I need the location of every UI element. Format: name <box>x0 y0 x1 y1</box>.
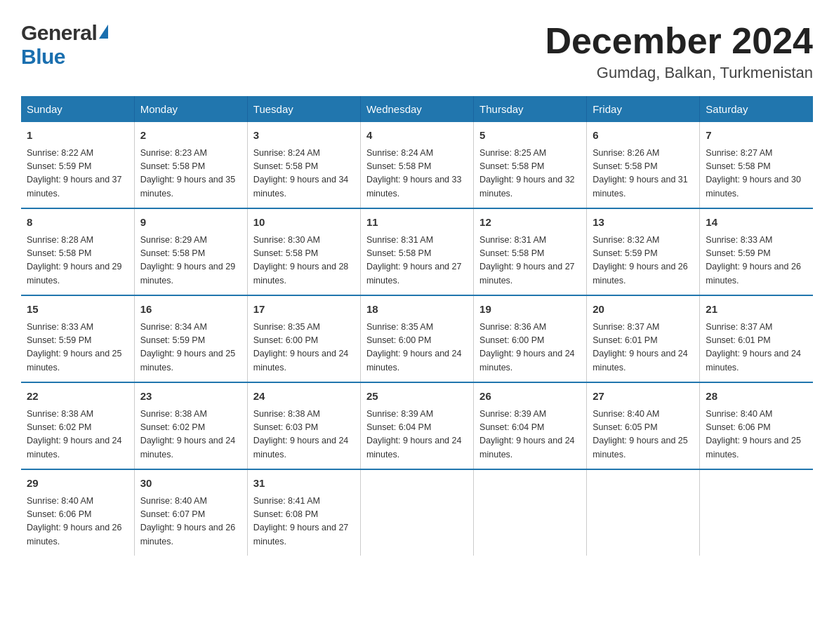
day-info: Sunrise: 8:40 AMSunset: 6:06 PMDaylight:… <box>706 408 807 462</box>
calendar-week-row: 8Sunrise: 8:28 AMSunset: 5:58 PMDaylight… <box>21 208 813 295</box>
calendar-header-row: SundayMondayTuesdayWednesdayThursdayFrid… <box>21 96 813 122</box>
calendar-day-cell: 29Sunrise: 8:40 AMSunset: 6:06 PMDayligh… <box>21 469 134 556</box>
day-number: 18 <box>366 302 468 318</box>
day-of-week-header: Monday <box>134 96 247 122</box>
day-number: 5 <box>479 128 581 144</box>
day-number: 16 <box>140 302 241 318</box>
day-number: 31 <box>253 476 355 492</box>
day-info: Sunrise: 8:40 AMSunset: 6:05 PMDaylight:… <box>593 408 694 462</box>
calendar-day-cell: 21Sunrise: 8:37 AMSunset: 6:01 PMDayligh… <box>700 295 813 382</box>
day-info: Sunrise: 8:35 AMSunset: 6:00 PMDaylight:… <box>366 321 468 375</box>
day-info: Sunrise: 8:25 AMSunset: 5:58 PMDaylight:… <box>479 147 581 201</box>
calendar-day-cell: 20Sunrise: 8:37 AMSunset: 6:01 PMDayligh… <box>587 295 700 382</box>
logo: General Blue <box>21 21 108 69</box>
calendar-day-cell: 9Sunrise: 8:29 AMSunset: 5:58 PMDaylight… <box>134 208 247 295</box>
logo-triangle-icon <box>99 25 108 39</box>
day-number: 21 <box>706 302 807 318</box>
calendar-day-cell: 10Sunrise: 8:30 AMSunset: 5:58 PMDayligh… <box>247 208 360 295</box>
logo-general-text: General <box>21 21 97 45</box>
day-number: 9 <box>140 215 241 231</box>
day-info: Sunrise: 8:41 AMSunset: 6:08 PMDaylight:… <box>253 495 355 549</box>
calendar-day-cell: 1Sunrise: 8:22 AMSunset: 5:59 PMDaylight… <box>21 122 134 208</box>
day-number: 8 <box>27 215 128 231</box>
calendar-week-row: 1Sunrise: 8:22 AMSunset: 5:59 PMDaylight… <box>21 122 813 208</box>
calendar-day-cell <box>587 469 700 556</box>
calendar-day-cell: 31Sunrise: 8:41 AMSunset: 6:08 PMDayligh… <box>247 469 360 556</box>
page-header: General Blue December 2024 Gumdag, Balka… <box>21 21 813 82</box>
day-number: 10 <box>253 215 355 231</box>
calendar-day-cell: 14Sunrise: 8:33 AMSunset: 5:59 PMDayligh… <box>700 208 813 295</box>
calendar-week-row: 29Sunrise: 8:40 AMSunset: 6:06 PMDayligh… <box>21 469 813 556</box>
calendar-day-cell: 4Sunrise: 8:24 AMSunset: 5:58 PMDaylight… <box>360 122 473 208</box>
day-info: Sunrise: 8:24 AMSunset: 5:58 PMDaylight:… <box>366 147 468 201</box>
calendar-day-cell: 13Sunrise: 8:32 AMSunset: 5:59 PMDayligh… <box>587 208 700 295</box>
day-info: Sunrise: 8:39 AMSunset: 6:04 PMDaylight:… <box>479 408 581 462</box>
day-of-week-header: Friday <box>587 96 700 122</box>
day-info: Sunrise: 8:33 AMSunset: 5:59 PMDaylight:… <box>27 321 128 375</box>
day-number: 30 <box>140 476 241 492</box>
day-of-week-header: Sunday <box>21 96 134 122</box>
day-info: Sunrise: 8:31 AMSunset: 5:58 PMDaylight:… <box>366 234 468 288</box>
day-info: Sunrise: 8:30 AMSunset: 5:58 PMDaylight:… <box>253 234 355 288</box>
logo-blue-text: Blue <box>21 45 65 68</box>
day-of-week-header: Tuesday <box>247 96 360 122</box>
day-number: 15 <box>27 302 128 318</box>
day-info: Sunrise: 8:38 AMSunset: 6:02 PMDaylight:… <box>140 408 241 462</box>
day-number: 26 <box>479 389 581 405</box>
day-info: Sunrise: 8:38 AMSunset: 6:02 PMDaylight:… <box>27 408 128 462</box>
day-info: Sunrise: 8:40 AMSunset: 6:07 PMDaylight:… <box>140 495 241 549</box>
day-info: Sunrise: 8:22 AMSunset: 5:59 PMDaylight:… <box>27 147 128 201</box>
calendar-day-cell: 5Sunrise: 8:25 AMSunset: 5:58 PMDaylight… <box>474 122 587 208</box>
day-info: Sunrise: 8:27 AMSunset: 5:58 PMDaylight:… <box>706 147 807 201</box>
day-number: 23 <box>140 389 241 405</box>
day-of-week-header: Wednesday <box>360 96 473 122</box>
day-info: Sunrise: 8:24 AMSunset: 5:58 PMDaylight:… <box>253 147 355 201</box>
day-info: Sunrise: 8:39 AMSunset: 6:04 PMDaylight:… <box>366 408 468 462</box>
day-number: 14 <box>706 215 807 231</box>
day-info: Sunrise: 8:35 AMSunset: 6:00 PMDaylight:… <box>253 321 355 375</box>
day-number: 4 <box>366 128 468 144</box>
day-number: 27 <box>593 389 694 405</box>
day-number: 20 <box>593 302 694 318</box>
day-number: 25 <box>366 389 468 405</box>
calendar-day-cell <box>360 469 473 556</box>
calendar-day-cell: 18Sunrise: 8:35 AMSunset: 6:00 PMDayligh… <box>360 295 473 382</box>
day-number: 11 <box>366 215 468 231</box>
month-year-title: December 2024 <box>545 21 813 61</box>
calendar-day-cell: 11Sunrise: 8:31 AMSunset: 5:58 PMDayligh… <box>360 208 473 295</box>
day-number: 2 <box>140 128 241 144</box>
calendar-day-cell: 6Sunrise: 8:26 AMSunset: 5:58 PMDaylight… <box>587 122 700 208</box>
calendar-day-cell <box>474 469 587 556</box>
day-number: 29 <box>27 476 128 492</box>
day-of-week-header: Thursday <box>474 96 587 122</box>
day-info: Sunrise: 8:34 AMSunset: 5:59 PMDaylight:… <box>140 321 241 375</box>
calendar-day-cell: 17Sunrise: 8:35 AMSunset: 6:00 PMDayligh… <box>247 295 360 382</box>
calendar-day-cell: 28Sunrise: 8:40 AMSunset: 6:06 PMDayligh… <box>700 382 813 469</box>
calendar-week-row: 15Sunrise: 8:33 AMSunset: 5:59 PMDayligh… <box>21 295 813 382</box>
day-of-week-header: Saturday <box>700 96 813 122</box>
day-number: 17 <box>253 302 355 318</box>
day-info: Sunrise: 8:33 AMSunset: 5:59 PMDaylight:… <box>706 234 807 288</box>
calendar-day-cell: 2Sunrise: 8:23 AMSunset: 5:58 PMDaylight… <box>134 122 247 208</box>
calendar-day-cell: 26Sunrise: 8:39 AMSunset: 6:04 PMDayligh… <box>474 382 587 469</box>
day-info: Sunrise: 8:23 AMSunset: 5:58 PMDaylight:… <box>140 147 241 201</box>
day-info: Sunrise: 8:38 AMSunset: 6:03 PMDaylight:… <box>253 408 355 462</box>
calendar-day-cell <box>700 469 813 556</box>
day-number: 3 <box>253 128 355 144</box>
calendar-day-cell: 27Sunrise: 8:40 AMSunset: 6:05 PMDayligh… <box>587 382 700 469</box>
calendar-day-cell: 8Sunrise: 8:28 AMSunset: 5:58 PMDaylight… <box>21 208 134 295</box>
day-number: 28 <box>706 389 807 405</box>
day-number: 1 <box>27 128 128 144</box>
day-number: 13 <box>593 215 694 231</box>
day-number: 19 <box>479 302 581 318</box>
day-number: 7 <box>706 128 807 144</box>
title-block: December 2024 Gumdag, Balkan, Turkmenist… <box>545 21 813 82</box>
day-info: Sunrise: 8:26 AMSunset: 5:58 PMDaylight:… <box>593 147 694 201</box>
calendar-week-row: 22Sunrise: 8:38 AMSunset: 6:02 PMDayligh… <box>21 382 813 469</box>
calendar-day-cell: 16Sunrise: 8:34 AMSunset: 5:59 PMDayligh… <box>134 295 247 382</box>
calendar-day-cell: 3Sunrise: 8:24 AMSunset: 5:58 PMDaylight… <box>247 122 360 208</box>
day-info: Sunrise: 8:37 AMSunset: 6:01 PMDaylight:… <box>706 321 807 375</box>
day-number: 22 <box>27 389 128 405</box>
location-subtitle: Gumdag, Balkan, Turkmenistan <box>545 64 813 82</box>
day-info: Sunrise: 8:32 AMSunset: 5:59 PMDaylight:… <box>593 234 694 288</box>
